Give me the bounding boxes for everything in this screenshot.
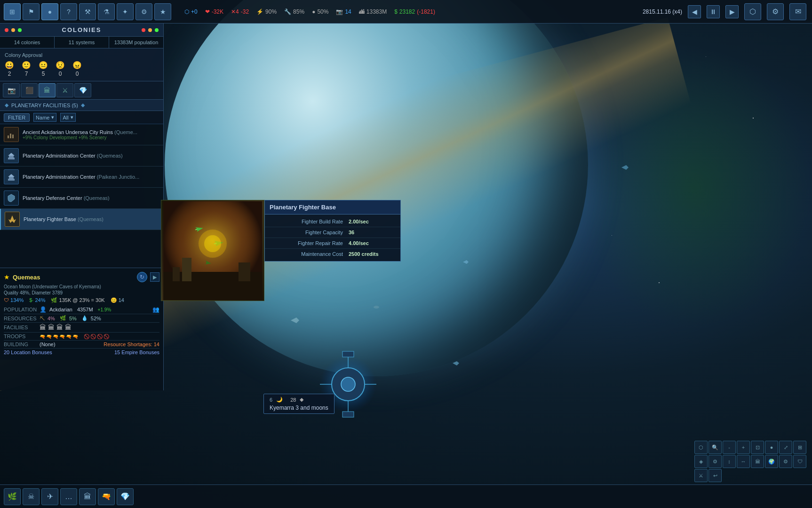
fac-tab-sword[interactable]: ⚔ — [56, 83, 73, 97]
approval-angry-emoji: 😠 — [72, 61, 82, 70]
nav-next-button[interactable]: ▶ — [725, 5, 739, 18]
colony-nav-next-button[interactable]: ▶ — [150, 272, 159, 282]
filter-select[interactable]: All ▾ — [60, 113, 75, 122]
topbar-stats: ⬡ +0 ❤ -32K ✕4 -32 ⚡ 90% 🔧 85% ● 50% 📷 1… — [184, 8, 643, 15]
toolbar-btn-research[interactable]: ⚗ — [98, 3, 115, 20]
zoom-btn-a2[interactable]: ⚙ — [709, 455, 722, 468]
tab-population-count[interactable]: 13383M population — [109, 37, 163, 48]
pop-race: Ackdarian — [49, 307, 72, 312]
bottom-btn-destroy[interactable]: ☠ — [23, 488, 40, 505]
capacity-label: Fighter Capacity — [270, 230, 349, 235]
nav-prev-button[interactable]: ◀ — [688, 5, 701, 18]
zoom-btn-fit[interactable]: ⊡ — [751, 441, 764, 454]
game-date: 2815.11.16 (x4) — [643, 8, 682, 15]
toolbar: ⊞ ⚑ ● ? ⚒ ⚗ ✦ ⚙ ★ — [0, 3, 175, 20]
toolbar-btn-star[interactable]: ★ — [154, 3, 171, 20]
svg-marker-5 — [8, 153, 15, 156]
spacecraft-ring-1 — [291, 318, 299, 325]
list-empty-space — [0, 230, 163, 268]
facility-item-defense[interactable]: Planetary Defense Center (Quemeas) — [0, 188, 163, 209]
fac-tab-gem[interactable]: 💎 — [74, 83, 91, 97]
fac-tab-building[interactable]: 🏛 — [39, 83, 56, 97]
star — [753, 118, 754, 119]
facility-item-admin2[interactable]: Planetary Administration Center (Paikean… — [0, 167, 163, 188]
stat-ships: 📷 14 — [336, 8, 351, 15]
mult-icon: ✕4 — [231, 8, 239, 15]
zoom-controls: ⬡ 🔍 - + ⊡ ● ⤢ ⊞ ◈ ⚙ ↕ ↔ 🏛 🌍 ⚙ 🛡 ⚔ ↩ — [694, 441, 807, 482]
messages-icon-btn[interactable]: ✉ — [789, 3, 806, 20]
colonies-header: COLONIES — [0, 24, 163, 37]
bottom-btn-resources[interactable]: 💎 — [117, 488, 134, 505]
dot-red — [5, 28, 8, 32]
facility-item-admin1[interactable]: Planetary Administration Center (Quemeas… — [0, 145, 163, 167]
filter-button[interactable]: FILTER — [4, 113, 30, 122]
zoom-btn-plus[interactable]: + — [737, 441, 750, 454]
bottom-btn-colonize[interactable]: 🌿 — [4, 488, 21, 505]
sort-select[interactable]: Name ▾ — [33, 113, 56, 122]
zoom-btn-b1[interactable]: 🏛 — [751, 455, 764, 468]
res2-icon: 🌿 — [60, 315, 66, 321]
zoom-btn-1[interactable]: ⬡ — [694, 441, 708, 454]
fac-tab-grid[interactable]: ⬛ — [21, 83, 38, 97]
res1-icon: ⛏ — [40, 316, 45, 321]
toolbar-btn-map[interactable]: ⊞ — [4, 3, 21, 20]
popup-header: Planetary Fighter Base — [265, 200, 400, 214]
res-value: 50% — [317, 8, 328, 15]
colony-subtitle: Ocean Moon (Underwater Caves of Kyemarra… — [4, 284, 159, 289]
emp-bonuses-link[interactable]: 15 Empire Bonuses — [114, 349, 159, 355]
nav-pause-button[interactable]: ⏸ — [707, 5, 720, 18]
zoom-btn-expand[interactable]: ⤢ — [779, 441, 792, 454]
zoom-btn-a3[interactable]: ↕ — [723, 455, 736, 468]
svg-rect-14 — [239, 262, 250, 281]
zoom-btn-minus[interactable]: - — [723, 441, 736, 454]
tab-colonies-count[interactable]: 14 colonies — [0, 37, 55, 48]
zoom-btn-c2[interactable]: ↩ — [709, 469, 722, 482]
zoom-btn-planet[interactable]: ● — [765, 441, 778, 454]
bottom-btn-buildings[interactable]: 🏛 — [79, 488, 96, 505]
pf-dot-right: ◆ — [81, 102, 85, 108]
svg-point-21 — [204, 235, 221, 252]
toolbar-btn-build[interactable]: ⚒ — [79, 3, 96, 20]
tab-systems-count[interactable]: 11 systems — [55, 37, 109, 48]
svg-marker-31 — [621, 165, 629, 170]
loc-bonuses-link[interactable]: 20 Location Bonuses — [4, 349, 52, 355]
toolbar-btn-settings[interactable]: ⚙ — [135, 3, 152, 20]
zoom-btn-c1[interactable]: ⚔ — [694, 469, 708, 482]
sort-chevron-icon: ▾ — [51, 114, 54, 120]
zoom-btn-2[interactable]: 🔍 — [709, 441, 722, 454]
approval-neutral: 😐 5 — [39, 61, 48, 77]
toolbar-btn-help[interactable]: ? — [60, 3, 77, 20]
zoom-btn-b4[interactable]: 🛡 — [793, 455, 806, 468]
dot-green2 — [155, 28, 159, 32]
facility-icon-admin1 — [4, 148, 19, 163]
zoom-btn-a4[interactable]: ↔ — [737, 455, 750, 468]
zoom-btn-b2[interactable]: 🌍 — [765, 455, 778, 468]
detail-row-bonuses: 20 Location Bonuses 15 Empire Bonuses — [4, 349, 159, 356]
zoom-btn-b3[interactable]: ⚙ — [779, 455, 792, 468]
zoom-btn-grid[interactable]: ⊞ — [793, 441, 806, 454]
fac-tab-camera[interactable]: 📷 — [3, 83, 20, 97]
colony-approval-stat: 😐 14 — [111, 297, 124, 303]
energy-icon: ⬡ — [184, 8, 189, 15]
bottom-btn-fighters[interactable]: ✈ — [41, 488, 58, 505]
toolbar-btn-colonies[interactable]: ● — [41, 3, 58, 20]
bottom-btn-more[interactable]: … — [60, 488, 77, 505]
facility-item-fighter[interactable]: Planetary Fighter Base (Quemeas) — [0, 209, 163, 230]
approval-angry-count: 0 — [76, 71, 79, 77]
approval-happy-emoji: 😀 — [5, 61, 14, 70]
income-stat-val: 135K @ 23% = 30K — [59, 297, 105, 303]
empire-icon-btn[interactable]: ⚙ — [767, 3, 784, 20]
colony-refresh-button[interactable]: ↻ — [137, 272, 147, 282]
svg-rect-30 — [342, 412, 354, 417]
popm-icon: 🏙 — [359, 8, 365, 15]
toolbar-btn-flag[interactable]: ⚑ — [23, 3, 40, 20]
building-val: (None) — [40, 341, 56, 347]
ship-icon: 📷 — [336, 8, 343, 15]
svg-rect-12 — [173, 267, 180, 281]
diplomacy-icon-btn[interactable]: ⬡ — [744, 3, 761, 20]
zoom-btn-a1[interactable]: ◈ — [694, 455, 708, 468]
fighter-base-image — [161, 200, 264, 301]
facility-item-ruins[interactable]: Ancient Ackdarian Undersea City Ruins (Q… — [0, 124, 163, 145]
bottom-btn-troops[interactable]: 🔫 — [98, 488, 115, 505]
toolbar-btn-diplomacy[interactable]: ✦ — [117, 3, 134, 20]
